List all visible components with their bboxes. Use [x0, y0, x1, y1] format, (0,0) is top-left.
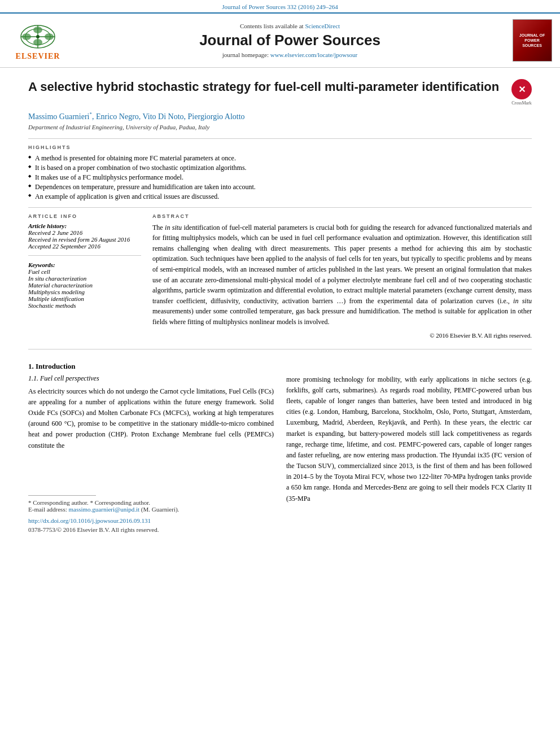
body-two-col: 1.1. Fuel cell perspectives As electrici…	[28, 374, 532, 533]
divider-3	[28, 349, 532, 350]
homepage-text: journal homepage:	[222, 51, 269, 58]
history-label: Article history:	[28, 222, 141, 229]
elsevier-tree-icon	[15, 20, 60, 51]
doi-line[interactable]: http://dx.doi.org/10.1016/j.jpowsour.201…	[28, 517, 274, 524]
abstract-text: The in situ identification of fuel-cell …	[152, 222, 532, 327]
footnote-star: * Corresponding author.	[28, 499, 89, 506]
highlights-section: HIGHLIGHTS A method is presented for obt…	[28, 145, 532, 202]
keyword-item: Multiphysics modeling	[28, 289, 141, 295]
issn-line: 0378-7753/© 2016 Elsevier B.V. All right…	[28, 526, 274, 533]
abstract-label: ABSTRACT	[152, 213, 532, 219]
footnote-text: * Corresponding author. * Corresponding …	[28, 499, 274, 506]
body-left-column: 1.1. Fuel cell perspectives As electrici…	[28, 374, 274, 533]
elsevier-logo: ELSEVIER	[7, 20, 69, 61]
crossmark-label: CrossMark	[511, 101, 532, 106]
highlight-item: An example of application is given and c…	[28, 192, 532, 202]
svg-point-4	[33, 27, 42, 33]
footnote-name: (M. Guarnieri).	[141, 506, 180, 513]
body-right-column: more promising technology for mobility, …	[286, 374, 532, 533]
footnote-divider	[28, 495, 96, 496]
journal-logo-image: JOURNAL OF POWER SOURCES	[513, 19, 552, 62]
highlights-list: A method is presented for obtaining more…	[28, 154, 532, 202]
crossmark-icon: ✕	[511, 79, 532, 99]
svg-point-6	[45, 33, 54, 40]
journal-logo-text: JOURNAL OF POWER SOURCES	[515, 33, 549, 48]
sciencedirect-line: Contents lists available at ScienceDirec…	[75, 23, 505, 29]
keywords-section: Keywords: Fuel cell In situ characteriza…	[28, 261, 141, 309]
footnote-area: * Corresponding author. * Corresponding …	[28, 456, 274, 533]
article-info-column: ARTICLE INFO Article history: Received 2…	[28, 213, 141, 339]
journal-header: ELSEVIER Contents lists available at Sci…	[0, 12, 560, 68]
article-title: A selective hybrid stochastic strategy f…	[28, 79, 506, 95]
svg-point-8	[36, 35, 40, 38]
journal-title: Journal of Power Sources	[75, 32, 505, 49]
sciencedirect-text: Contents lists available at	[240, 23, 304, 29]
body-right-text: more promising technology for mobility, …	[286, 374, 532, 504]
received-date: Received 2 June 2016	[28, 229, 141, 236]
footnote-email-label: E-mail address:	[28, 506, 67, 513]
authors-text: Massimo Guarnieri*, Enrico Negro, Vito D…	[28, 112, 245, 121]
highlights-label: HIGHLIGHTS	[28, 145, 532, 150]
revised-text: Received in revised form 26 August 2016	[28, 236, 130, 243]
article-info-abstract-section: ARTICLE INFO Article history: Received 2…	[28, 213, 532, 339]
section-1-title: 1. Introduction	[28, 362, 532, 371]
journal-reference: Journal of Power Sources 332 (2016) 249–…	[0, 0, 560, 12]
article-info-label: ARTICLE INFO	[28, 213, 141, 219]
homepage-link[interactable]: www.elsevier.com/locate/jpowsour	[270, 51, 357, 58]
authors: Massimo Guarnieri*, Enrico Negro, Vito D…	[28, 111, 532, 121]
copyright-line: © 2016 Elsevier B.V. All rights reserved…	[152, 332, 532, 339]
divider-info	[28, 255, 141, 256]
highlight-item: It is based on a proper combination of t…	[28, 163, 532, 173]
body-section: 1. Introduction 1.1. Fuel cell perspecti…	[28, 362, 532, 533]
footnote-email-line: E-mail address: massimo.guarnieri@unipd.…	[28, 506, 274, 513]
body-left-text: As electricity sources which do not unde…	[28, 386, 274, 451]
revised-date: Received in revised form 26 August 2016	[28, 236, 141, 243]
homepage-line: journal homepage: www.elsevier.com/locat…	[75, 51, 505, 58]
footnote-email-link[interactable]: massimo.guarnieri@unipd.it	[68, 506, 139, 513]
main-content: A selective hybrid stochastic strategy f…	[0, 68, 560, 544]
keyword-item: Stochastic methods	[28, 302, 141, 309]
svg-point-5	[22, 33, 31, 40]
keyword-item: Multiple identification	[28, 295, 141, 302]
header-center: Contents lists available at ScienceDirec…	[75, 23, 505, 58]
svg-point-7	[33, 39, 42, 46]
abstract-column: ABSTRACT The in situ identification of f…	[152, 213, 532, 339]
sciencedirect-link[interactable]: ScienceDirect	[305, 23, 340, 29]
footnote-corresponding: * Corresponding author.	[90, 499, 150, 506]
keyword-item: Fuel cell	[28, 268, 141, 275]
journal-ref-text: Journal of Power Sources 332 (2016) 249–…	[222, 3, 338, 10]
divider-1	[28, 138, 532, 139]
highlight-item: Dependences on temperature, pressure and…	[28, 182, 532, 192]
keywords-list: Fuel cell In situ characterization Mater…	[28, 268, 141, 309]
doi-link[interactable]: http://dx.doi.org/10.1016/j.jpowsour.201…	[28, 517, 151, 524]
subsection-title: 1.1. Fuel cell perspectives	[28, 374, 274, 383]
keyword-item: Material characterization	[28, 282, 141, 289]
keyword-item: In situ characterization	[28, 275, 141, 282]
article-history: Article history: Received 2 June 2016 Re…	[28, 222, 141, 250]
affiliation: Department of Industrial Engineering, Un…	[28, 124, 532, 130]
accepted-date: Accepted 22 September 2016	[28, 243, 141, 250]
highlight-item: It makes use of a FC multiphysics perfor…	[28, 173, 532, 182]
elsevier-brand: ELSEVIER	[16, 52, 60, 61]
divider-2	[28, 207, 532, 208]
keywords-label: Keywords:	[28, 261, 141, 268]
crossmark-badge: ✕ CrossMark	[511, 79, 532, 106]
journal-logo-box: JOURNAL OF POWER SOURCES	[511, 19, 553, 62]
highlight-item: A method is presented for obtaining more…	[28, 154, 532, 163]
